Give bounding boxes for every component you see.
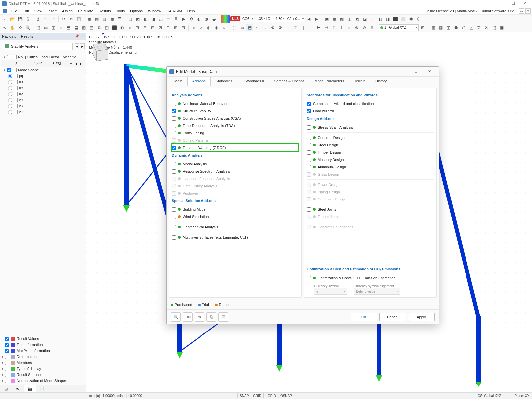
addon-modal-analysis[interactable]: Modal Analysis <box>172 160 299 168</box>
addon-wind-simulation[interactable]: Wind Simulation <box>172 213 299 220</box>
j15[interactable]: ✕ <box>345 24 353 31</box>
addon-check-timber-design[interactable] <box>307 150 311 155</box>
tool-4-icon[interactable]: ⎘ <box>206 312 216 322</box>
mode-radio-input-φY[interactable] <box>8 104 12 108</box>
dialog-title-bar[interactable]: Edit Model - Base Data — ☐ ✕ <box>167 67 439 77</box>
addon-check-optimization-costs-co-emission-estimation[interactable] <box>307 276 311 280</box>
i4[interactable]: ◉ <box>213 24 220 31</box>
mode-radio-φZ[interactable]: φZ <box>1 109 85 115</box>
currency-combo[interactable]: € <box>314 288 347 295</box>
zoom-icon[interactable]: 🔍 <box>24 24 31 31</box>
h8[interactable]: ▤ <box>88 24 95 31</box>
units-tool-icon[interactable]: 0.00 <box>183 312 193 322</box>
k3[interactable]: ▩ <box>437 24 444 31</box>
addon-construction-stages-analysis-csa-[interactable]: Construction Stages Analysis (CSA) <box>172 115 299 122</box>
mode-radio-uZ[interactable]: uZ <box>1 91 85 97</box>
addon-timber-design[interactable]: Timber Design <box>307 149 434 156</box>
maximize-button[interactable]: ☐ <box>508 0 519 7</box>
tab-model-parameters[interactable]: Model Parameters <box>310 77 349 86</box>
addon-check-combination-wizard-and-classification[interactable] <box>307 102 311 106</box>
load-combo-long[interactable]: 1.35 * LC1 + 1.50 * LC2 + 0... <box>255 16 305 22</box>
snap-button[interactable]: SNAP <box>237 393 251 398</box>
cut-icon[interactable]: ✂ <box>60 15 67 23</box>
j14[interactable]: ⊥ <box>338 24 345 31</box>
addon-building-model[interactable]: Building Model <box>172 206 299 213</box>
j16[interactable]: ⊕ <box>353 24 360 31</box>
j2[interactable]: ▭ <box>238 24 246 31</box>
t1[interactable]: ◫ <box>126 15 134 23</box>
osnap-button[interactable]: OSNAP <box>278 393 294 398</box>
nav-tab-2[interactable]: 👁 <box>12 385 24 392</box>
nav-bottom-max-min-information[interactable]: Max/Min Information <box>1 348 85 354</box>
j7[interactable]: ⊥ <box>284 24 292 31</box>
h7[interactable]: ▦ <box>80 24 87 31</box>
h14[interactable]: ⊡ <box>134 24 141 31</box>
mode-radio-|u|[interactable]: |u| <box>1 73 85 79</box>
h13[interactable]: ⟐ <box>126 24 133 31</box>
addon-form-finding[interactable]: Form-Finding <box>172 129 299 137</box>
analysis-type-combo[interactable]: Stability Analysis <box>3 43 73 50</box>
g3[interactable]: ▩ <box>338 15 346 23</box>
alignment-combo[interactable]: Behind value <box>354 288 400 295</box>
addon-check-steel-joints[interactable] <box>307 207 311 212</box>
menu-insert[interactable]: Insert <box>45 8 59 14</box>
addon-geotechnical-analysis[interactable]: Geotechnical Analysis <box>172 223 299 231</box>
t7[interactable]: ◐ <box>195 15 202 23</box>
nav-tab-3[interactable]: 📷 <box>24 385 36 392</box>
h19[interactable]: ⊞ <box>172 24 179 31</box>
mode-shape-row[interactable]: ▾ Mode Shape <box>1 67 85 73</box>
mode-radio-input-φZ[interactable] <box>8 110 12 114</box>
addon-check-wind-simulation[interactable] <box>172 215 176 219</box>
dialog-close-button[interactable]: ✕ <box>423 67 436 76</box>
t2[interactable]: ◩ <box>134 15 141 23</box>
menu-cad-bim[interactable]: CAD-BIM <box>164 8 184 14</box>
addon-nonlinear-material-behavior[interactable]: Nonlinear Material Behavior <box>172 100 299 107</box>
menu-help[interactable]: Help <box>185 8 198 14</box>
uls-badge[interactable]: ULS <box>230 16 240 21</box>
k6[interactable]: ⬡ <box>460 24 467 31</box>
run-icon[interactable]: ▶ <box>180 15 187 23</box>
table3-icon[interactable]: ▥ <box>101 15 108 23</box>
i3[interactable]: ◎ <box>205 24 212 31</box>
g8[interactable]: ◧ <box>377 15 384 23</box>
k2[interactable]: ▦ <box>429 24 437 31</box>
prop-icon[interactable]: ☰ <box>116 15 123 23</box>
g4[interactable]: ◫ <box>346 15 353 23</box>
addon-check-geotechnical-analysis[interactable] <box>172 225 176 229</box>
j18[interactable]: ⊗ <box>368 24 376 31</box>
addon-check-stress-strain-analysis[interactable] <box>307 125 311 130</box>
row-next-icon[interactable]: ▶ <box>79 61 83 66</box>
dialog-maximize-button[interactable]: ☐ <box>409 67 423 76</box>
addon-check-aluminum-design[interactable] <box>307 165 311 169</box>
t5[interactable]: ⬚ <box>157 15 164 23</box>
addon-check-torsional-warping-7-dof-[interactable] <box>172 146 176 150</box>
cancel-button[interactable]: Cancel <box>379 313 406 321</box>
menu-dropdown-icon[interactable]: ▾ <box>525 8 531 14</box>
addon-check-masonry-design[interactable] <box>307 158 311 162</box>
k7[interactable]: △ <box>467 24 475 31</box>
mode-radio-uY[interactable]: uY <box>1 85 85 91</box>
grid-button[interactable]: GRID <box>251 393 264 398</box>
nav-bottom-type-of-display[interactable]: ▸Type of display <box>1 366 85 372</box>
minimize-button[interactable]: — <box>497 0 507 7</box>
panel-close-icon[interactable]: ✕ <box>81 34 84 38</box>
load-case-combo[interactable]: CO6 <box>241 16 254 22</box>
menu-file[interactable]: File <box>9 8 20 14</box>
addon-check-form-finding[interactable] <box>172 131 176 135</box>
redo-icon[interactable]: ↷ <box>50 15 57 23</box>
zoom-tool-icon[interactable]: 🔍 <box>171 312 181 322</box>
h6[interactable]: ⬓ <box>72 24 80 31</box>
print-icon[interactable]: 🖨 <box>34 15 42 23</box>
nav-bottom-normalization-of-mode-shapes[interactable]: ▸Normalization of Mode Shapes <box>1 378 85 384</box>
j17[interactable]: ⊖ <box>361 24 368 31</box>
settings-icon[interactable]: ⚙ <box>188 15 195 23</box>
saveall-icon[interactable]: ⎘ <box>24 15 31 23</box>
j3[interactable]: ↔ <box>254 24 261 31</box>
addon-steel-joints[interactable]: Steel Joints <box>307 206 434 213</box>
k9[interactable]: ✕ <box>483 24 490 31</box>
nav-bottom-members[interactable]: ▸Members <box>1 360 85 366</box>
j1[interactable]: ⬚ <box>231 24 238 31</box>
mode-row-header-check[interactable] <box>7 55 11 59</box>
j13[interactable]: ⊤ <box>330 24 337 31</box>
menu-tools[interactable]: Tools <box>113 8 127 14</box>
